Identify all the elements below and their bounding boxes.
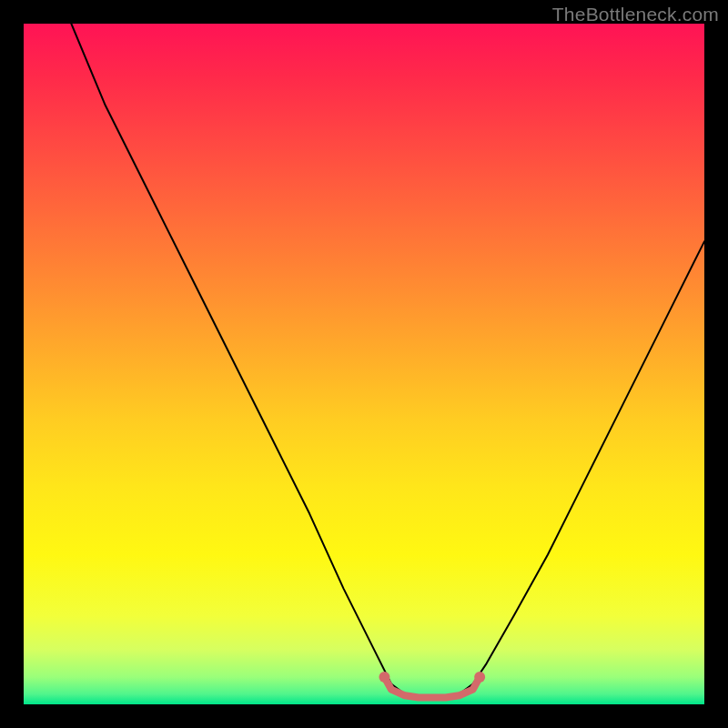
watermark-text: TheBottleneck.com (552, 4, 719, 25)
bottleneck-curve (71, 24, 704, 698)
flat-zone-endpoint (474, 672, 485, 682)
plot-area (24, 24, 704, 704)
chart-frame: TheBottleneck.com (0, 0, 728, 728)
flat-zone-endpoint (379, 672, 389, 682)
curve-layer (24, 24, 704, 704)
flat-zone-highlight (384, 677, 480, 697)
